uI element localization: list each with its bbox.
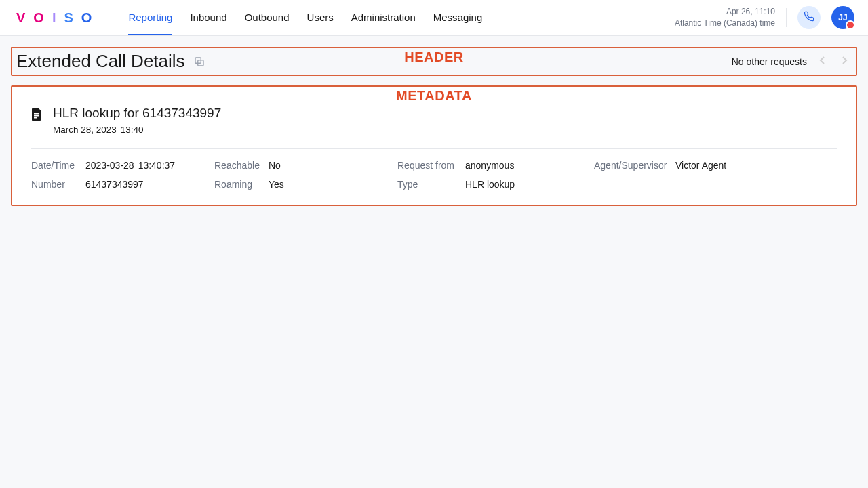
document-icon bbox=[31, 106, 42, 124]
value-roaming: Yes bbox=[269, 179, 397, 190]
phone-button[interactable] bbox=[797, 6, 821, 29]
page: HEADER Extended Call Details No other re… bbox=[0, 36, 868, 217]
header-right-text: No other requests bbox=[732, 56, 807, 67]
nav-inbound[interactable]: Inbound bbox=[190, 0, 226, 35]
svg-rect-3 bbox=[34, 115, 39, 117]
metadata-subtitle: March 28, 202313:40 bbox=[53, 125, 221, 135]
header-section: HEADER Extended Call Details No other re… bbox=[11, 47, 857, 76]
divider bbox=[786, 8, 787, 27]
label-roaming: Roaming bbox=[214, 179, 269, 190]
avatar-button[interactable]: JJ bbox=[831, 6, 854, 29]
avatar-initials: JJ bbox=[838, 13, 847, 22]
value-number: 61437343997 bbox=[85, 179, 214, 190]
logo: VOISO bbox=[16, 10, 96, 26]
value-reqfrom: anonymous bbox=[465, 160, 594, 171]
next-request-button[interactable] bbox=[838, 53, 850, 70]
label-reqfrom: Request from bbox=[397, 160, 465, 171]
nav-messaging[interactable]: Messaging bbox=[433, 0, 483, 35]
topbar: VOISO Reporting Inbound Outbound Users A… bbox=[0, 0, 868, 36]
svg-rect-4 bbox=[34, 117, 37, 119]
label-datetime: Date/Time bbox=[31, 160, 85, 171]
label-agent: Agent/Supervisor bbox=[594, 160, 675, 171]
metadata-annotation-label: METADATA bbox=[396, 88, 472, 104]
metadata-section: METADATA HLR lookup for 61437343997 Marc… bbox=[11, 85, 857, 206]
chevron-right-icon bbox=[841, 56, 848, 65]
nav-outbound[interactable]: Outbound bbox=[245, 0, 290, 35]
value-agent: Victor Agent bbox=[675, 160, 797, 171]
metadata-title: HLR lookup for 61437343997 bbox=[53, 106, 221, 121]
label-number: Number bbox=[31, 179, 85, 190]
time-info-datetime: Apr 26, 11:10 bbox=[675, 6, 775, 18]
value-datetime: 2023-03-2813:40:37 bbox=[85, 160, 214, 171]
nav-users[interactable]: Users bbox=[307, 0, 334, 35]
prev-request-button[interactable] bbox=[816, 53, 829, 70]
label-type: Type bbox=[397, 179, 465, 190]
phone-icon bbox=[804, 11, 814, 24]
page-title: Extended Call Details bbox=[16, 51, 185, 72]
chevron-left-icon bbox=[819, 56, 826, 65]
svg-rect-2 bbox=[34, 113, 39, 115]
time-info: Apr 26, 11:10 Atlantic Time (Canada) tim… bbox=[675, 6, 775, 29]
time-info-tz: Atlantic Time (Canada) time bbox=[675, 18, 775, 29]
copy-icon[interactable] bbox=[193, 56, 205, 68]
main-nav: Reporting Inbound Outbound Users Adminis… bbox=[128, 0, 482, 35]
nav-administration[interactable]: Administration bbox=[351, 0, 416, 35]
metadata-grid: Date/Time 2023-03-2813:40:37 Reachable N… bbox=[31, 160, 837, 190]
nav-reporting[interactable]: Reporting bbox=[128, 0, 172, 35]
value-reachable: No bbox=[269, 160, 397, 171]
divider bbox=[31, 148, 837, 149]
topbar-right: Apr 26, 11:10 Atlantic Time (Canada) tim… bbox=[675, 6, 854, 29]
label-reachable: Reachable bbox=[214, 160, 269, 171]
value-type: HLR lookup bbox=[465, 179, 594, 190]
